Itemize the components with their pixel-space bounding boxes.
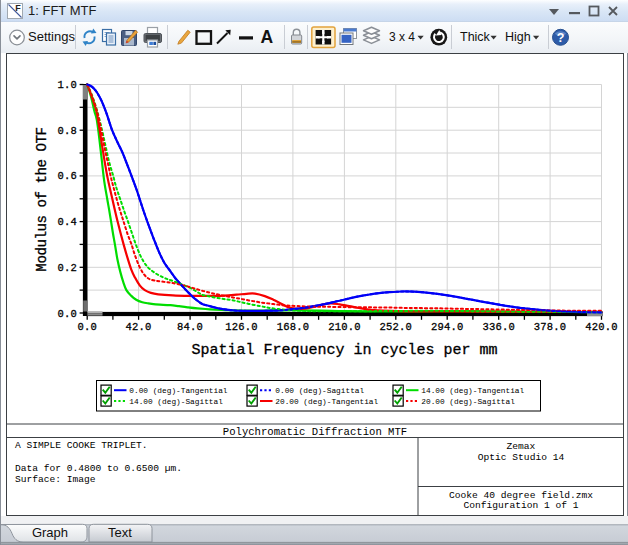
- svg-text:?: ?: [557, 31, 565, 45]
- svg-text:420.0: 420.0: [585, 321, 618, 333]
- svg-text:0.0: 0.0: [57, 308, 77, 320]
- svg-text:0.8: 0.8: [57, 125, 77, 137]
- svg-text:336.0: 336.0: [482, 321, 515, 333]
- svg-text:168.0: 168.0: [277, 321, 310, 333]
- svg-text:20.00 (deg)-Sagittal: 20.00 (deg)-Sagittal: [421, 398, 515, 406]
- svg-text:Modulus of the OTF: Modulus of the OTF: [34, 127, 50, 271]
- svg-text:0.0: 0.0: [77, 321, 97, 333]
- svg-text:0.4: 0.4: [57, 216, 77, 228]
- svg-text:Zemax: Zemax: [507, 441, 536, 452]
- svg-text:0.00 (deg)-Tangential: 0.00 (deg)-Tangential: [129, 387, 228, 395]
- svg-text:252.0: 252.0: [380, 321, 413, 333]
- svg-text:20.00 (deg)-Tangential: 20.00 (deg)-Tangential: [275, 398, 378, 406]
- svg-text:Optic Studio 14: Optic Studio 14: [478, 452, 565, 463]
- svg-text:42.0: 42.0: [126, 321, 152, 333]
- svg-text:A: A: [260, 27, 273, 47]
- svg-text:Configuration 1 of 1: Configuration 1 of 1: [463, 500, 578, 511]
- svg-text:210.0: 210.0: [328, 321, 361, 333]
- svg-text:Data for 0.4800 to 0.6500 µm.: Data for 0.4800 to 0.6500 µm.: [15, 463, 182, 474]
- svg-text:126.0: 126.0: [225, 321, 258, 333]
- svg-text:Graph: Graph: [32, 525, 68, 540]
- svg-text:A SIMPLE COOKE TRIPLET.: A SIMPLE COOKE TRIPLET.: [15, 440, 147, 451]
- svg-text:1.0: 1.0: [57, 79, 77, 91]
- svg-text:0.2: 0.2: [57, 262, 77, 274]
- svg-text:0.00 (deg)-Sagittal: 0.00 (deg)-Sagittal: [275, 387, 364, 395]
- svg-text:84.0: 84.0: [177, 321, 203, 333]
- svg-text:14.00 (deg)-Sagittal: 14.00 (deg)-Sagittal: [129, 398, 223, 406]
- svg-text:0.6: 0.6: [57, 170, 77, 182]
- svg-text:Polychromatic Diffraction MTF: Polychromatic Diffraction MTF: [223, 426, 407, 438]
- svg-text:Text: Text: [108, 525, 132, 540]
- svg-text:Surface: Image: Surface: Image: [15, 474, 96, 485]
- svg-text:294.0: 294.0: [431, 321, 464, 333]
- svg-text:Spatial Frequency in cycles pe: Spatial Frequency in cycles per mm: [191, 342, 497, 359]
- svg-text:14.00 (deg)-Tangential: 14.00 (deg)-Tangential: [421, 387, 524, 395]
- svg-text:378.0: 378.0: [534, 321, 567, 333]
- svg-text:F: F: [15, 3, 21, 13]
